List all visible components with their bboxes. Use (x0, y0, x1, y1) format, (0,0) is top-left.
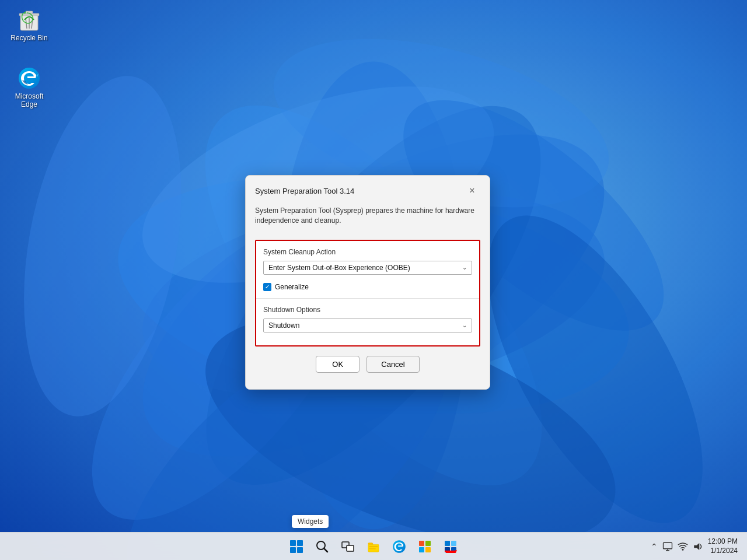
cleanup-dropdown[interactable]: Enter System Out-of-Box Experience (OOBE… (263, 261, 472, 275)
svg-rect-35 (445, 541, 450, 546)
task-view-icon (341, 540, 354, 553)
dialog-close-button[interactable]: × (464, 183, 480, 199)
ok-button[interactable]: OK (316, 356, 359, 373)
start-button[interactable] (285, 535, 308, 558)
shutdown-dropdown-value: Shutdown (268, 321, 462, 330)
shutdown-section-label: Shutdown Options (263, 306, 472, 314)
extra-app-icon (444, 540, 458, 554)
recycle-bin-svg (18, 8, 41, 32)
taskbar-date: 1/1/2024 (708, 547, 738, 556)
generalize-label: Generalize (275, 283, 309, 291)
search-icon (316, 540, 329, 553)
sound-icon[interactable] (693, 541, 703, 552)
edge-desktop-label: Microsoft Edge (8, 92, 50, 109)
taskbar: ⌃ (0, 532, 747, 560)
file-explorer-icon (367, 540, 380, 553)
monitor-svg (662, 541, 673, 552)
svg-rect-34 (425, 547, 431, 552)
file-explorer-button[interactable] (362, 535, 385, 558)
sysprep-dialog: System Preparation Tool 3.14 × System Pr… (245, 175, 490, 390)
cleanup-dropdown-value: Enter System Out-of-Box Experience (OOBE… (268, 264, 462, 272)
extra-app-button[interactable] (439, 535, 462, 558)
windows-logo-icon (290, 540, 303, 553)
generalize-checkbox-row: ✓ Generalize (263, 281, 472, 298)
recycle-bin-icon[interactable]: Recycle Bin (6, 6, 53, 44)
shutdown-section: Shutdown Options Shutdown ⌄ (256, 299, 479, 345)
svg-rect-26 (347, 545, 354, 551)
shutdown-dropdown-arrow: ⌄ (462, 322, 467, 328)
dialog-titlebar: System Preparation Tool 3.14 × (246, 176, 490, 204)
edge-taskbar-icon (392, 540, 406, 554)
svg-rect-29 (369, 548, 376, 549)
network-svg (678, 541, 688, 552)
recycle-bin-label: Recycle Bin (11, 34, 47, 42)
store-icon (418, 540, 432, 554)
svg-rect-32 (425, 541, 431, 546)
svg-rect-31 (419, 541, 424, 546)
svg-rect-20 (297, 540, 303, 546)
widgets-tooltip: Widgets (292, 515, 329, 528)
cleanup-dropdown-arrow: ⌄ (462, 264, 467, 271)
edge-taskbar-button[interactable] (388, 535, 411, 558)
svg-point-42 (682, 548, 683, 550)
shutdown-dropdown[interactable]: Shutdown ⌄ (263, 318, 472, 332)
cancel-button[interactable]: Cancel (366, 356, 419, 373)
dialog-description: System Preparation Tool (Sysprep) prepar… (246, 204, 490, 233)
desktop: Recycle Bin Microsoft Edge Widgets (0, 0, 747, 560)
edge-svg (18, 66, 41, 90)
sound-svg (693, 541, 703, 552)
dialog-title: System Preparation Tool 3.14 (255, 187, 354, 195)
network-icon[interactable] (678, 541, 688, 552)
taskbar-right: ⌃ (651, 537, 738, 555)
svg-rect-33 (419, 547, 424, 552)
task-view-button[interactable] (336, 535, 359, 558)
search-button[interactable] (310, 535, 334, 558)
svg-rect-28 (369, 546, 378, 547)
svg-marker-43 (694, 543, 699, 550)
svg-rect-21 (290, 547, 296, 553)
svg-rect-39 (663, 542, 672, 549)
dialog-buttons: OK Cancel (255, 356, 480, 382)
svg-line-24 (324, 548, 327, 552)
dialog-content: System Cleanup Action Enter System Out-o… (246, 233, 490, 389)
taskbar-time: 12:00 PM 1/1/2024 (708, 537, 738, 555)
svg-rect-22 (297, 547, 303, 553)
monitor-icon[interactable] (662, 541, 673, 552)
generalize-checkbox[interactable]: ✓ (263, 283, 271, 291)
options-section: System Cleanup Action Enter System Out-o… (255, 240, 480, 346)
svg-rect-19 (290, 540, 296, 546)
taskbar-center (285, 535, 462, 558)
cleanup-section: System Cleanup Action Enter System Out-o… (256, 241, 479, 298)
edge-desktop-icon[interactable]: Microsoft Edge (6, 64, 53, 111)
store-button[interactable] (413, 535, 437, 558)
svg-rect-36 (451, 541, 456, 546)
taskbar-clock: 12:00 PM (708, 537, 738, 547)
chevron-up-icon[interactable]: ⌃ (651, 542, 658, 551)
cleanup-section-label: System Cleanup Action (263, 248, 472, 256)
